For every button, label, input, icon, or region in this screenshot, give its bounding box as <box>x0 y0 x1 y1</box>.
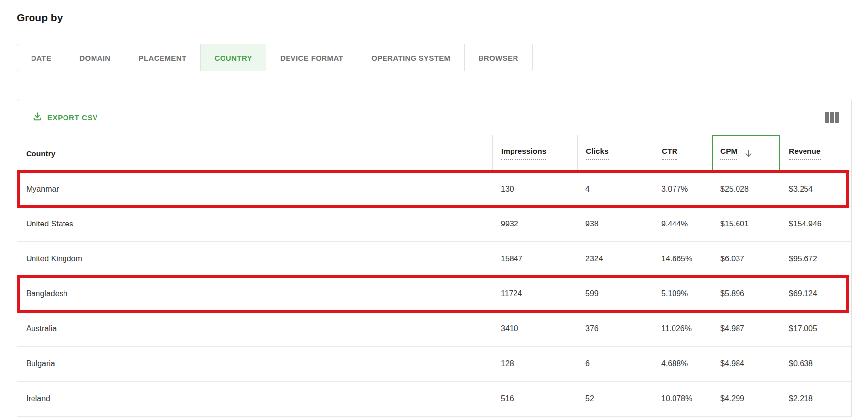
tab-placement[interactable]: PLACEMENT <box>125 44 201 71</box>
column-bar-icon <box>825 112 829 123</box>
table-row: Ireland5165210.078%$4.299$2.218 <box>17 382 851 417</box>
column-header-impressions[interactable]: Impressions <box>492 135 577 171</box>
cell-revenue: $3.254 <box>780 185 851 193</box>
cell-country: Australia <box>17 324 492 333</box>
cell-cpm: $15.601 <box>712 220 780 228</box>
page-title: Group by <box>17 0 852 24</box>
column-header-label: CPM <box>720 147 737 160</box>
report-table-card: EXPORT CSV CountryImpressionsClicksCTRCP… <box>17 99 852 417</box>
sort-desc-arrow-icon <box>743 148 754 159</box>
cell-ctr: 14.665% <box>653 255 712 263</box>
cell-clicks: 376 <box>577 324 653 333</box>
cell-country: United States <box>17 220 492 228</box>
cell-revenue: $17.005 <box>780 324 851 333</box>
cell-ctr: 11.026% <box>653 324 712 333</box>
tab-label: DATE <box>31 54 51 62</box>
tab-label: OPERATING SYSTEM <box>371 54 450 62</box>
cell-revenue: $2.218 <box>780 394 851 403</box>
table-header-row: CountryImpressionsClicksCTRCPMRevenue <box>17 135 851 172</box>
table-row: Bulgaria12864.688%$4.984$0.638 <box>17 347 851 382</box>
cell-revenue: $0.638 <box>780 359 851 368</box>
cell-clicks: 6 <box>577 359 653 368</box>
cell-country: United Kingdom <box>17 255 492 263</box>
table-toolbar: EXPORT CSV <box>17 99 851 135</box>
cell-country: Bangladesh <box>17 289 492 298</box>
cell-ctr: 10.078% <box>653 394 712 403</box>
cell-ctr: 9.444% <box>653 220 712 228</box>
column-header-clicks[interactable]: Clicks <box>577 135 653 171</box>
tab-label: BROWSER <box>479 54 518 62</box>
cell-revenue: $69.124 <box>780 289 851 298</box>
cell-revenue: $95.672 <box>780 255 851 263</box>
cell-country: Bulgaria <box>17 359 492 368</box>
column-header-country: Country <box>17 135 492 171</box>
table-row: United Kingdom15847232414.665%$6.037$95.… <box>17 242 851 277</box>
cell-impressions: 130 <box>492 185 577 193</box>
column-bar-icon <box>830 112 834 123</box>
cell-impressions: 3410 <box>492 324 577 333</box>
cell-country: Ireland <box>17 394 492 403</box>
cell-clicks: 52 <box>577 394 653 403</box>
column-header-label: Country <box>26 150 55 158</box>
table-row: Myanmar13043.077%$25.028$3.254 <box>17 172 851 207</box>
cell-impressions: 516 <box>492 394 577 403</box>
cell-clicks: 938 <box>577 220 653 228</box>
tab-domain[interactable]: DOMAIN <box>65 44 125 71</box>
tab-country[interactable]: COUNTRY <box>201 44 266 71</box>
cell-cpm: $5.896 <box>712 289 780 298</box>
column-header-revenue[interactable]: Revenue <box>780 135 851 171</box>
table-row: United States99329389.444%$15.601$154.94… <box>17 207 851 242</box>
tab-browser[interactable]: BROWSER <box>465 44 533 71</box>
cell-ctr: 3.077% <box>653 185 712 193</box>
column-header-ctr[interactable]: CTR <box>653 135 712 171</box>
column-header-cpm[interactable]: CPM <box>712 135 780 171</box>
group-by-tabs: DATEDOMAINPLACEMENTCOUNTRYDEVICE FORMATO… <box>17 44 852 71</box>
export-csv-button[interactable]: EXPORT CSV <box>32 111 98 124</box>
cell-impressions: 9932 <box>492 220 577 228</box>
cell-clicks: 4 <box>577 185 653 193</box>
cell-cpm: $25.028 <box>712 185 780 193</box>
tab-device-format[interactable]: DEVICE FORMAT <box>266 44 357 71</box>
cell-country: Myanmar <box>17 185 492 193</box>
column-header-label: Revenue <box>789 147 821 160</box>
cell-cpm: $4.987 <box>712 324 780 333</box>
table-row: Bangladesh117245995.109%$5.896$69.124 <box>17 277 851 312</box>
column-header-label: CTR <box>662 147 677 160</box>
tab-date[interactable]: DATE <box>17 44 65 71</box>
table-row: Australia341037611.026%$4.987$17.005 <box>17 312 851 347</box>
tab-label: DEVICE FORMAT <box>280 54 343 62</box>
column-header-label: Impressions <box>501 147 546 160</box>
cell-impressions: 128 <box>492 359 577 368</box>
report-page: Group by DATEDOMAINPLACEMENTCOUNTRYDEVIC… <box>0 0 868 417</box>
download-icon <box>32 111 43 124</box>
tab-label: DOMAIN <box>79 54 110 62</box>
cell-clicks: 2324 <box>577 255 653 263</box>
view-columns-icon[interactable] <box>824 111 840 124</box>
cell-cpm: $4.984 <box>712 359 780 368</box>
tab-operating-system[interactable]: OPERATING SYSTEM <box>357 44 464 71</box>
cell-revenue: $154.946 <box>780 220 851 228</box>
column-header-label: Clicks <box>586 147 609 160</box>
cell-ctr: 4.688% <box>653 359 712 368</box>
tab-label: PLACEMENT <box>139 54 187 62</box>
cell-impressions: 15847 <box>492 255 577 263</box>
cell-cpm: $4.299 <box>712 394 780 403</box>
cell-clicks: 599 <box>577 289 653 298</box>
cell-impressions: 11724 <box>492 289 577 298</box>
table-body: Myanmar13043.077%$25.028$3.254United Sta… <box>17 172 851 417</box>
export-csv-label: EXPORT CSV <box>47 113 98 122</box>
cell-cpm: $6.037 <box>712 255 780 263</box>
tab-label: COUNTRY <box>215 54 252 62</box>
column-bar-icon <box>835 112 839 123</box>
cell-ctr: 5.109% <box>653 289 712 298</box>
